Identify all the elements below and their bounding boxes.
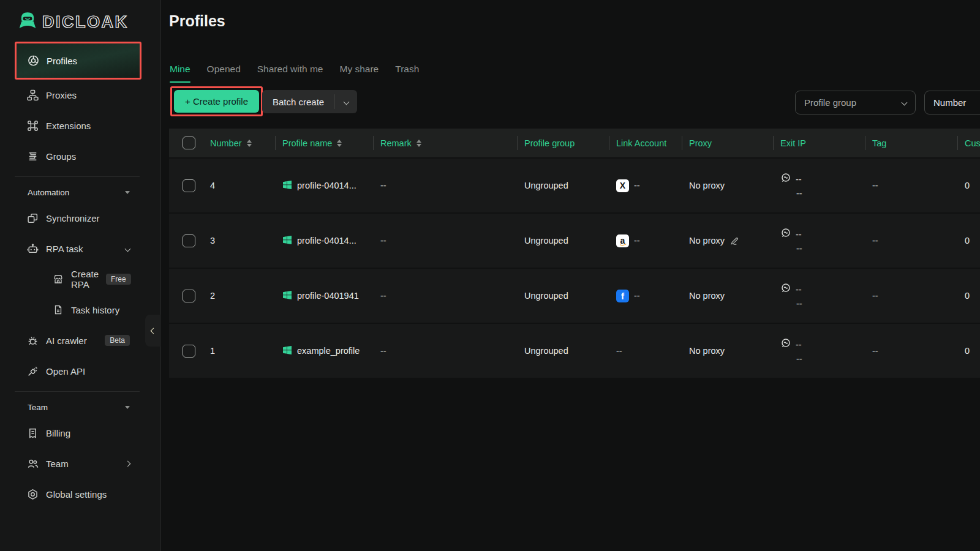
chrome-icon bbox=[28, 55, 39, 67]
exit-ip-text-2: -- bbox=[780, 354, 802, 364]
sidebar-item-label: Team bbox=[46, 459, 69, 469]
column-header-exit-ip: Exit IP bbox=[773, 129, 865, 157]
chevron-right-icon bbox=[125, 460, 131, 467]
cell-tag: -- bbox=[865, 269, 957, 323]
table-row: 3 profile-04014... -- Ungrouped a -- No … bbox=[169, 214, 980, 268]
profile-tabs: Mine Opened Shared with me My share Tras… bbox=[170, 64, 419, 77]
column-label: Number bbox=[210, 138, 242, 148]
column-label: Cus bbox=[965, 138, 980, 148]
sidebar-item-label: Billing bbox=[46, 428, 70, 438]
sidebar-collapse-button[interactable] bbox=[145, 315, 161, 347]
sidebar-item-team[interactable]: Team bbox=[0, 448, 160, 479]
cell-proxy: No proxy bbox=[682, 324, 773, 378]
column-label: Proxy bbox=[689, 138, 712, 148]
link-account-text: -- bbox=[634, 236, 640, 246]
exit-ip-text: -- bbox=[796, 285, 802, 294]
cell-remark: -- bbox=[373, 269, 517, 323]
ip-lookup-icon[interactable] bbox=[780, 283, 791, 296]
sort-icon[interactable] bbox=[247, 140, 252, 147]
sidebar-item-profiles[interactable]: Profiles bbox=[17, 43, 140, 78]
table-row: 4 profile-04014... -- Ungrouped X -- No … bbox=[169, 159, 980, 212]
tab-shared-with-me[interactable]: Shared with me bbox=[257, 64, 323, 77]
beta-badge: Beta bbox=[105, 335, 130, 346]
create-profile-button[interactable]: + Create profile bbox=[174, 90, 259, 113]
edit-proxy-pencil-icon[interactable] bbox=[730, 236, 739, 246]
row-checkbox[interactable] bbox=[183, 179, 195, 192]
facebook-icon: f bbox=[616, 290, 629, 302]
row-checkbox[interactable] bbox=[183, 345, 195, 358]
cell-proxy: No proxy bbox=[682, 269, 773, 323]
sidebar-item-rpa-task[interactable]: RPA task bbox=[0, 233, 160, 264]
cell-number: 3 bbox=[203, 214, 275, 268]
profile-group-filter[interactable]: Profile group bbox=[795, 91, 916, 114]
column-header-profile-name[interactable]: Profile name bbox=[275, 129, 373, 157]
section-label-text: Automation bbox=[28, 188, 69, 197]
sidebar-item-synchronizer[interactable]: Synchronizer bbox=[0, 203, 160, 233]
exit-ip-text-2: -- bbox=[780, 299, 802, 309]
batch-create-dropdown[interactable] bbox=[335, 90, 357, 113]
sidebar-item-label: Open API bbox=[46, 366, 85, 377]
sidebar-item-label: Profiles bbox=[47, 56, 77, 66]
sidebar-item-task-history[interactable]: Task history bbox=[0, 294, 160, 325]
proxies-network-icon bbox=[27, 89, 39, 101]
sort-icon[interactable] bbox=[337, 140, 342, 147]
column-header-remark[interactable]: Remark bbox=[373, 129, 517, 157]
cell-number: 4 bbox=[203, 159, 275, 212]
free-badge: Free bbox=[106, 274, 131, 285]
column-header-number[interactable]: Number bbox=[203, 129, 275, 157]
cell-exit-ip: -- -- bbox=[773, 324, 865, 378]
tab-my-share[interactable]: My share bbox=[339, 64, 379, 77]
cell-tag: -- bbox=[865, 159, 957, 212]
number-filter-value: Number bbox=[933, 97, 966, 108]
store-icon bbox=[52, 274, 64, 285]
tab-mine[interactable]: Mine bbox=[170, 64, 190, 77]
column-label: Profile name bbox=[282, 138, 332, 148]
main-content: Profiles Mine Opened Shared with me My s… bbox=[162, 0, 980, 551]
sidebar-item-proxies[interactable]: Proxies bbox=[0, 80, 160, 110]
sidebar-item-open-api[interactable]: Open API bbox=[0, 356, 160, 386]
cell-link-account: a -- bbox=[609, 214, 682, 268]
cell-profile-name[interactable]: profile-0401941 bbox=[275, 269, 373, 323]
profiles-table: Number Profile name Remark Profile group… bbox=[169, 129, 980, 378]
select-all-checkbox[interactable] bbox=[183, 137, 195, 149]
tab-trash[interactable]: Trash bbox=[395, 64, 419, 77]
row-checkbox[interactable] bbox=[183, 234, 195, 247]
sidebar-item-ai-crawler[interactable]: AI crawler Beta bbox=[0, 325, 160, 356]
row-checkbox[interactable] bbox=[183, 290, 195, 302]
sort-icon[interactable] bbox=[417, 140, 421, 147]
column-header-proxy: Proxy bbox=[682, 129, 773, 157]
sidebar-section-team[interactable]: Team bbox=[0, 397, 160, 418]
amazon-icon: a bbox=[616, 234, 629, 247]
batch-create-button[interactable]: Batch create bbox=[262, 90, 357, 113]
sidebar-item-label: Task history bbox=[71, 305, 119, 315]
sidebar-item-extensions[interactable]: Extensions bbox=[0, 110, 160, 141]
profile-name-text: example_profile bbox=[297, 346, 360, 356]
cell-custom: 0 bbox=[957, 214, 980, 268]
sidebar: DICLOAK Profiles Proxies bbox=[0, 0, 161, 551]
settings-gear-icon bbox=[27, 489, 39, 500]
cell-tag: -- bbox=[865, 324, 957, 378]
cell-profile-name[interactable]: profile-04014... bbox=[275, 159, 373, 212]
table-row: 2 profile-0401941 -- Ungrouped f -- No p… bbox=[169, 269, 980, 323]
cell-profile-name[interactable]: example_profile bbox=[275, 324, 373, 378]
ip-lookup-icon[interactable] bbox=[780, 338, 791, 351]
column-label: Tag bbox=[872, 138, 886, 148]
sidebar-item-billing[interactable]: Billing bbox=[0, 418, 160, 448]
sidebar-item-create-rpa[interactable]: Create RPA Free bbox=[0, 264, 160, 294]
windows-icon bbox=[282, 180, 292, 192]
sidebar-item-label: Global settings bbox=[46, 489, 107, 500]
sidebar-item-label: Groups bbox=[46, 151, 76, 162]
sidebar-item-global-settings[interactable]: Global settings bbox=[0, 479, 160, 509]
annotation-box-profiles: Profiles bbox=[15, 42, 141, 80]
cell-profile-group: Ungrouped bbox=[517, 324, 609, 378]
sidebar-section-automation[interactable]: Automation bbox=[0, 182, 160, 203]
ip-lookup-icon[interactable] bbox=[780, 228, 791, 241]
ip-lookup-icon[interactable] bbox=[780, 173, 791, 186]
sidebar-item-label: Proxies bbox=[46, 90, 77, 100]
cell-profile-group: Ungrouped bbox=[517, 269, 609, 323]
tab-opened[interactable]: Opened bbox=[207, 64, 241, 77]
number-filter[interactable]: Number bbox=[924, 91, 980, 114]
sidebar-item-groups[interactable]: Groups bbox=[0, 141, 160, 171]
exit-ip-text-2: -- bbox=[780, 244, 802, 253]
cell-profile-name[interactable]: profile-04014... bbox=[275, 214, 373, 268]
